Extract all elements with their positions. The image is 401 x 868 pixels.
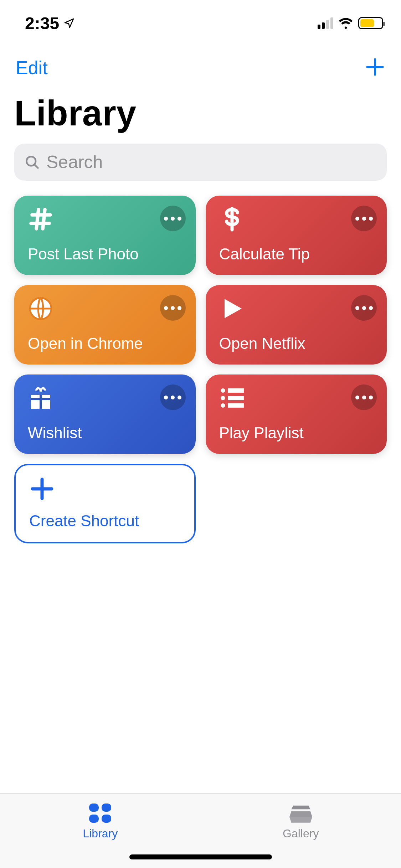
create-shortcut-label: Create Shortcut (29, 512, 181, 530)
tab-library-label: Library (83, 827, 118, 840)
shortcuts-grid: Post Last Photo Calculate Tip Open in Ch… (0, 181, 401, 558)
search-field[interactable] (14, 144, 387, 181)
nav-bar: Edit (0, 46, 401, 89)
svg-point-7 (221, 388, 225, 393)
battery-icon (358, 17, 383, 29)
home-indicator[interactable] (129, 854, 272, 859)
create-shortcut-tile[interactable]: Create Shortcut (14, 464, 196, 543)
more-button[interactable] (351, 295, 377, 321)
svg-line-3 (35, 165, 38, 168)
wifi-icon (338, 17, 353, 29)
shortcut-open-netflix[interactable]: Open Netflix (206, 285, 387, 365)
shortcut-post-last-photo[interactable]: Post Last Photo (14, 196, 196, 275)
shortcut-wishlist[interactable]: Wishlist (14, 374, 196, 454)
play-icon (219, 296, 245, 321)
shortcut-label: Open in Chrome (28, 335, 182, 352)
status-time-text: 2:35 (25, 14, 59, 33)
more-button[interactable] (351, 384, 377, 410)
svg-rect-10 (228, 388, 244, 393)
plus-icon (365, 57, 385, 77)
svg-point-9 (221, 403, 225, 408)
svg-point-8 (221, 396, 225, 400)
more-button[interactable] (160, 295, 186, 321)
add-button[interactable] (365, 57, 385, 79)
plus-icon (29, 476, 55, 502)
tab-gallery-label: Gallery (283, 827, 319, 840)
shortcut-label: Post Last Photo (28, 245, 182, 263)
svg-rect-12 (228, 403, 244, 408)
shortcut-label: Play Playlist (219, 424, 374, 442)
location-arrow-icon (63, 17, 75, 29)
shortcut-calculate-tip[interactable]: Calculate Tip (206, 196, 387, 275)
hashtag-icon (28, 206, 53, 232)
shortcut-label: Calculate Tip (219, 245, 374, 263)
list-icon (219, 385, 245, 411)
page-title: Library (0, 89, 401, 144)
status-bar: 2:35 (0, 0, 401, 46)
shortcut-play-playlist[interactable]: Play Playlist (206, 374, 387, 454)
gift-icon (28, 385, 53, 411)
library-tab-icon (89, 804, 111, 823)
more-button[interactable] (160, 384, 186, 410)
cell-signal-icon (318, 17, 333, 29)
shortcut-label: Wishlist (28, 424, 182, 442)
search-input[interactable] (46, 152, 377, 172)
search-icon (24, 154, 40, 170)
shortcut-open-in-chrome[interactable]: Open in Chrome (14, 285, 196, 365)
more-button[interactable] (351, 206, 377, 231)
more-button[interactable] (160, 206, 186, 231)
dollar-icon (219, 206, 245, 232)
shortcut-label: Open Netflix (219, 335, 374, 352)
status-time: 2:35 (25, 14, 75, 33)
edit-button[interactable]: Edit (16, 57, 48, 78)
globe-icon (28, 296, 53, 321)
status-indicators (318, 17, 383, 29)
gallery-tab-icon (289, 804, 312, 823)
svg-rect-11 (228, 396, 244, 400)
